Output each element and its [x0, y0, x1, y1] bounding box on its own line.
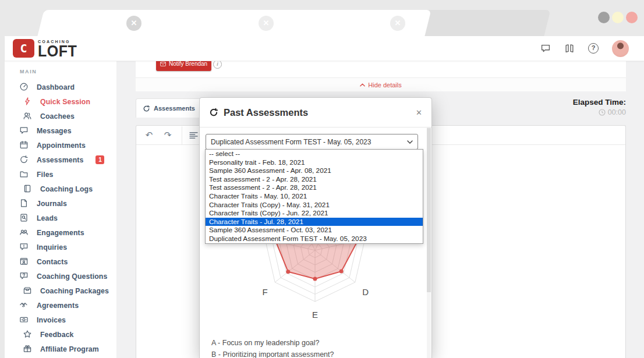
- sidebar-section-label: MAIN: [20, 69, 116, 75]
- notify-button-label: Notify Brendan: [169, 61, 207, 67]
- elapsed-time-label: Elapsed Time:: [573, 98, 626, 107]
- details-footer: Hide details: [136, 78, 626, 91]
- sidebar-item-coachees[interactable]: Coachees: [5, 109, 116, 123]
- chevron-down-icon: [407, 140, 413, 144]
- sidebar-item-label: Inquiries: [37, 243, 67, 251]
- chat-icon: [19, 126, 29, 136]
- logo-main-text: LOFT: [38, 44, 77, 59]
- sidebar-item-dashboard[interactable]: Dashboard: [5, 80, 116, 94]
- chat-icon[interactable]: [540, 43, 551, 54]
- library-icon[interactable]: [564, 43, 575, 54]
- sidebar-item-label: Assessments: [37, 156, 83, 164]
- sidebar-item-label: Quick Session: [40, 98, 90, 106]
- sidebar-item-label: Journals: [37, 200, 67, 208]
- dropdown-option[interactable]: Sample 360 Assessment - Apr. 08, 2021: [206, 166, 423, 175]
- contacts-icon: [19, 257, 29, 267]
- sidebar-item-affiliate-program[interactable]: Affiliate Program: [5, 342, 116, 356]
- info-icon[interactable]: i: [213, 60, 222, 69]
- close-tab-icon[interactable]: ✕: [126, 16, 141, 31]
- gift-icon: [23, 344, 33, 354]
- window-control-dot[interactable]: [598, 12, 610, 23]
- sidebar-item-feedback[interactable]: Feedback: [5, 327, 116, 342]
- scrollbar-thumb[interactable]: [427, 128, 431, 292]
- sidebar-item-label: Files: [37, 171, 54, 179]
- sidebar-item-appointments[interactable]: Appointments: [5, 138, 116, 153]
- sidebar-item-label: Coaching Questions: [37, 272, 107, 281]
- dropdown-option[interactable]: Personality trait - Feb. 18, 2021: [206, 158, 423, 167]
- close-tab-icon[interactable]: ✕: [390, 16, 405, 31]
- dropdown-option[interactable]: Character Traits (Copy) - May. 31, 2021: [206, 201, 423, 210]
- envelope-icon: [160, 62, 166, 66]
- refresh-icon: [143, 105, 150, 112]
- bolt-icon: [23, 97, 33, 107]
- svg-text:F: F: [263, 287, 268, 297]
- calendar-icon: [19, 140, 29, 150]
- help-icon[interactable]: ?: [588, 43, 599, 54]
- package-icon: [23, 286, 33, 296]
- sidebar-item-journals[interactable]: Journals: [5, 196, 116, 211]
- sidebar-item-label: Engagements: [37, 229, 84, 237]
- window-control-dot[interactable]: [626, 12, 638, 23]
- dropdown-option[interactable]: Character Traits (Copy) - Jun. 22, 2021: [206, 209, 423, 218]
- dropdown-option[interactable]: Character Traits - May. 10, 2021: [206, 192, 423, 201]
- sidebar-item-engagements[interactable]: Engagements: [5, 225, 116, 240]
- assessment-select[interactable]: Duplicated Assessment Form TEST - May. 0…: [206, 134, 418, 150]
- sidebar-item-label: Coaching Packages: [40, 287, 109, 295]
- dropdown-option[interactable]: -- select --: [206, 150, 423, 158]
- lead-icon: [19, 213, 29, 223]
- question-text: A - Focus on my leadership goal?: [211, 337, 420, 349]
- elapsed-time: Elapsed Time: 00:00: [573, 98, 626, 116]
- sidebar-item-label: Coachees: [40, 112, 75, 120]
- refresh-icon: [209, 108, 218, 117]
- close-tab-icon[interactable]: ✕: [259, 16, 274, 31]
- elapsed-time-value: 00:00: [608, 108, 626, 116]
- question-text: B - Prioritizing important assessment?: [211, 349, 420, 358]
- sidebar-item-label: Contacts: [37, 258, 68, 266]
- question-icon: [19, 271, 29, 281]
- active-tab[interactable]: [37, 10, 431, 36]
- close-icon[interactable]: ✕: [416, 108, 422, 117]
- coaching-loft-logo[interactable]: C COACHING LOFT: [13, 39, 77, 58]
- sidebar-item-messages[interactable]: Messages: [5, 123, 116, 138]
- inquiry-icon: [19, 242, 29, 252]
- journal-icon: [19, 199, 29, 208]
- sidebar-item-quick-session[interactable]: Quick Session: [5, 94, 116, 109]
- sidebar-item-assessments[interactable]: Assessments1: [5, 153, 116, 167]
- undo-icon[interactable]: ↶: [142, 130, 156, 140]
- sidebar-item-leads[interactable]: Leads: [5, 211, 116, 225]
- sidebar-item-contacts[interactable]: Contacts: [5, 254, 116, 269]
- agreement-icon: [19, 300, 29, 310]
- align-left-icon[interactable]: [189, 132, 198, 139]
- sidebar-item-files[interactable]: Files: [5, 167, 116, 182]
- window-control-dot[interactable]: [612, 12, 624, 23]
- sidebar-item-coaching-packages[interactable]: Coaching Packages: [5, 283, 116, 298]
- sidebar-item-coaching-questions[interactable]: Coaching Questions: [5, 269, 116, 283]
- dropdown-option[interactable]: Duplicated Assessment Form TEST - May. 0…: [206, 235, 423, 243]
- dashboard-icon: [19, 82, 29, 92]
- notification-badge: 1: [95, 155, 104, 164]
- dropdown-option[interactable]: Character Traits - Jul. 28, 2021: [206, 218, 423, 226]
- sidebar-item-coaching-logs[interactable]: Coaching Logs: [5, 182, 116, 196]
- svg-text:E: E: [312, 310, 318, 320]
- redo-icon[interactable]: ↷: [161, 130, 175, 140]
- dropdown-option[interactable]: Test assessment - 2 - Apr. 28, 2021: [206, 175, 423, 184]
- invoice-icon: [19, 315, 29, 325]
- engagements-icon: [19, 228, 29, 238]
- modal-scrollbar[interactable]: [427, 127, 431, 358]
- assessments-tab-chip[interactable]: Assessments: [136, 98, 202, 118]
- assessment-dropdown: -- select --Personality trait - Feb. 18,…: [205, 149, 423, 244]
- sidebar-item-agreements[interactable]: Agreements: [5, 298, 116, 313]
- clock-icon: [599, 109, 606, 116]
- sidebar-item-invoices[interactable]: Invoices: [5, 313, 116, 327]
- dropdown-option[interactable]: Sample 360 Assessment - Oct. 03, 2021: [206, 226, 423, 235]
- sidebar-item-label: Agreements: [37, 302, 79, 310]
- sidebar-item-label: Invoices: [37, 316, 66, 324]
- app-header: C COACHING LOFT ?: [5, 36, 644, 61]
- avatar[interactable]: [612, 40, 629, 57]
- svg-text:D: D: [362, 287, 369, 297]
- sidebar-item-inquiries[interactable]: Inquiries: [5, 240, 116, 254]
- assessment-select-value: Duplicated Assessment Form TEST - May. 0…: [211, 138, 371, 146]
- app-window: ✕ ✕ ✕ Notify Brendan i Hide details Asse…: [0, 0, 644, 358]
- dropdown-option[interactable]: Test assessment - 2 - Apr. 28, 2021: [206, 183, 423, 192]
- hide-details-link[interactable]: Hide details: [360, 81, 401, 88]
